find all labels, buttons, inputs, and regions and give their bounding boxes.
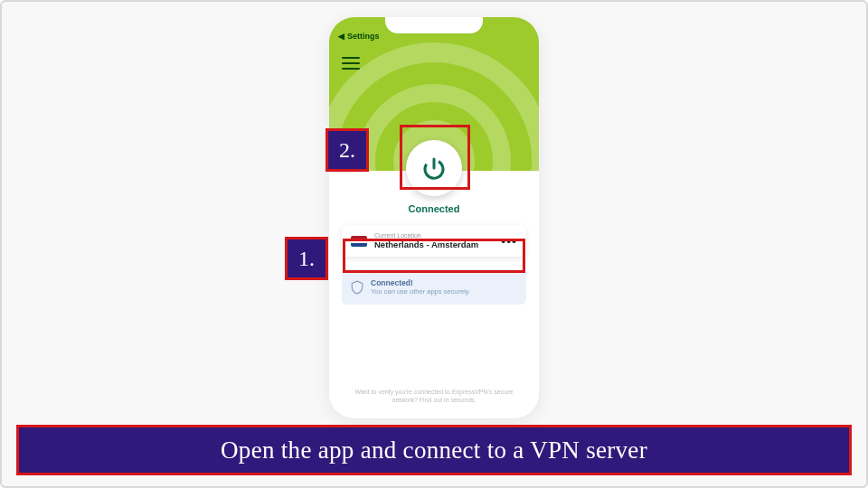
instruction-banner: Open the app and connect to a VPN server: [16, 425, 852, 475]
connected-banner: Connected! You can use other apps secure…: [342, 269, 526, 305]
statusbar-label: Settings: [347, 32, 380, 41]
callout-label: 1.: [298, 247, 315, 271]
tutorial-slide: ◀ Settings Connected Cu: [0, 0, 868, 488]
shield-icon: [351, 280, 363, 295]
connected-banner-text: Connected! You can use other apps secure…: [371, 278, 470, 296]
chevron-left-icon: ◀: [338, 32, 344, 41]
hamburger-menu-icon[interactable]: [342, 57, 360, 70]
connected-title: Connected!: [371, 278, 470, 287]
phone-frame: ◀ Settings Connected Cu: [329, 17, 539, 418]
back-to-settings[interactable]: ◀ Settings: [338, 32, 380, 41]
connection-status: Connected: [406, 203, 462, 214]
connected-subtitle: You can use other apps securely.: [371, 287, 470, 296]
phone-notch: [385, 17, 483, 33]
footer-note: Want to verify you're connected to Expre…: [342, 388, 526, 406]
callout-label: 2.: [339, 138, 355, 163]
highlight-box-location: [343, 239, 525, 273]
callout-step-2: 2.: [326, 128, 369, 172]
instruction-text: Open the app and connect to a VPN server: [221, 436, 647, 465]
highlight-box-power: [400, 125, 470, 190]
callout-step-1: 1.: [285, 237, 328, 280]
